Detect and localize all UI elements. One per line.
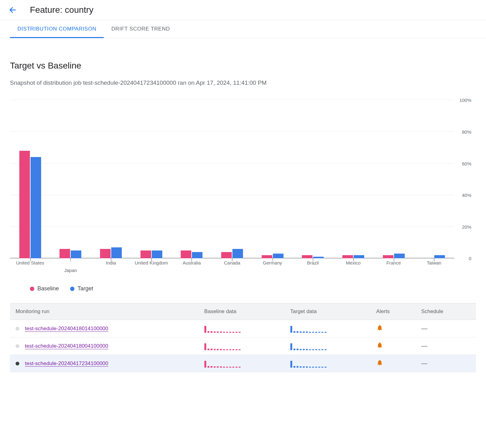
col-baseline-data[interactable]: Baseline data [199, 303, 285, 320]
tab-distribution-comparison[interactable]: DISTRIBUTION COMPARISON [10, 20, 104, 38]
back-arrow-icon[interactable] [9, 6, 17, 14]
row-status-dot-icon [16, 362, 19, 365]
y-axis-label: 40% [462, 193, 471, 198]
baseline-sparkline-icon [204, 325, 279, 333]
bar-group [414, 100, 454, 258]
x-axis-label: France [374, 260, 414, 265]
bar-group [172, 100, 212, 258]
target-bar [394, 254, 405, 258]
section-title: Target vs Baseline [10, 61, 476, 71]
bar-group [333, 100, 374, 258]
baseline-bar [221, 252, 232, 258]
col-schedule[interactable]: Schedule [416, 303, 476, 320]
run-link[interactable]: test-schedule-20240417234100000 [25, 360, 108, 367]
bar-group [91, 100, 131, 258]
baseline-bar [383, 255, 393, 258]
bar-group [50, 100, 91, 258]
bar-group [10, 100, 50, 258]
baseline-bar [262, 255, 272, 258]
y-axis-label: 100% [460, 98, 471, 103]
table-row[interactable]: test-schedule-20240417234100000— [10, 355, 476, 372]
bar-group [293, 100, 333, 258]
col-target-data[interactable]: Target data [285, 303, 371, 320]
baseline-bar [100, 249, 111, 258]
legend-dot-target-icon [70, 287, 74, 291]
legend-target-label: Target [78, 285, 93, 292]
monitoring-runs-table: Monitoring run Baseline data Target data… [10, 303, 476, 372]
col-monitoring-run[interactable]: Monitoring run [10, 303, 199, 320]
target-sparkline-icon [290, 325, 365, 333]
y-axis-label: 60% [462, 161, 471, 166]
x-axis-label: Mexico [333, 260, 374, 265]
x-axis-label: India [91, 260, 131, 265]
schedule-value: — [421, 325, 427, 332]
baseline-sparkline-icon [204, 342, 279, 350]
target-bar [192, 252, 202, 258]
target-sparkline-icon [290, 360, 365, 368]
target-bar [434, 255, 445, 258]
run-link[interactable]: test-schedule-20240418014100000 [25, 326, 108, 332]
schedule-value: — [421, 342, 427, 349]
x-axis-label: Germany [252, 260, 293, 265]
x-axis-label: United States [10, 260, 50, 265]
x-axis-label: Japan [50, 268, 91, 273]
page-title: Feature: country [30, 5, 93, 15]
target-bar [111, 247, 122, 259]
x-axis-label: Taiwan [414, 260, 454, 265]
col-alerts[interactable]: Alerts [371, 303, 416, 320]
x-axis-label: Canada [212, 260, 252, 265]
target-bar [71, 250, 81, 258]
row-status-dot-icon [16, 327, 19, 331]
alert-bell-icon[interactable] [376, 326, 383, 332]
baseline-bar [342, 255, 353, 258]
y-axis-label: 20% [462, 224, 471, 230]
target-bar [232, 249, 243, 258]
x-axis-label: Australia [172, 260, 212, 265]
baseline-bar [60, 249, 70, 258]
table-row[interactable]: test-schedule-20240418014100000— [10, 320, 476, 337]
baseline-bar [19, 151, 30, 258]
schedule-value: — [421, 360, 427, 367]
target-bar [31, 157, 41, 258]
baseline-bar [181, 250, 191, 258]
baseline-bar [141, 250, 151, 258]
target-bar [313, 257, 324, 258]
alert-bell-icon[interactable] [376, 361, 383, 367]
table-row[interactable]: test-schedule-20240418004100000— [10, 337, 476, 355]
y-axis-label: 80% [462, 129, 471, 135]
legend-dot-baseline-icon [30, 287, 34, 291]
tabs: DISTRIBUTION COMPARISON DRIFT SCORE TREN… [0, 20, 486, 38]
legend-baseline-label: Baseline [37, 285, 59, 292]
legend-target: Target [70, 285, 93, 292]
bar-group [212, 100, 252, 258]
target-bar [354, 255, 364, 258]
section-subtitle: Snapshot of distribution job test-schedu… [10, 78, 315, 88]
baseline-sparkline-icon [204, 360, 279, 368]
x-axis-label: Brazil [293, 260, 333, 265]
target-bar [152, 250, 162, 258]
y-axis-label: 0 [469, 256, 471, 261]
run-link[interactable]: test-schedule-20240418004100000 [25, 343, 108, 349]
target-bar [273, 254, 284, 258]
target-sparkline-icon [290, 342, 365, 350]
tab-drift-score-trend[interactable]: DRIFT SCORE TREND [104, 20, 177, 38]
bar-group [374, 100, 414, 258]
legend-baseline: Baseline [30, 285, 59, 292]
alert-bell-icon[interactable] [376, 344, 383, 350]
x-axis-label: United Kingdom [131, 260, 172, 265]
row-status-dot-icon [16, 344, 19, 348]
baseline-bar [302, 255, 312, 258]
bar-group [131, 100, 172, 258]
bar-chart: 020%40%60%80%100% United StatesJapanIndi… [10, 100, 476, 265]
bar-group [252, 100, 293, 258]
